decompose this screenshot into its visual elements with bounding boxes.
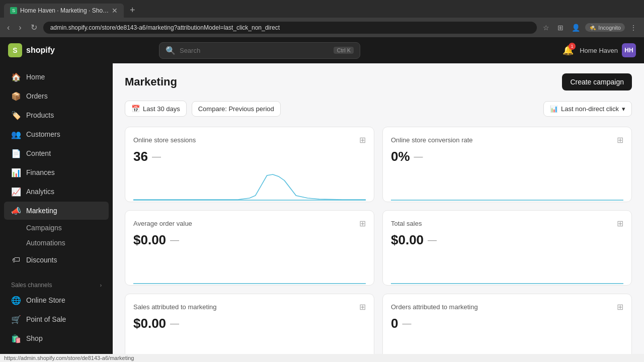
store-info[interactable]: Home Haven HH xyxy=(580,43,636,57)
sidebar-item-analytics[interactable]: 📈 Analytics xyxy=(4,183,109,201)
shopify-topbar: S shopify 🔍 Ctrl K 🔔 1 Home Haven HH xyxy=(0,37,644,63)
marketing-icon: 📣 xyxy=(11,206,21,216)
back-button[interactable]: ‹ xyxy=(4,21,13,34)
address-bar[interactable] xyxy=(43,22,537,34)
bookmark-button[interactable]: ☆ xyxy=(540,22,552,34)
create-campaign-button[interactable]: Create campaign xyxy=(562,73,632,90)
sidebar-item-products[interactable]: 🏷️ Products xyxy=(4,106,109,124)
sidebar-item-home[interactable]: 🏠 Home xyxy=(4,68,109,86)
sidebar-item-marketing[interactable]: 📣 Marketing xyxy=(4,202,109,220)
shopify-logo[interactable]: S shopify xyxy=(8,43,55,57)
metric-dash-sales-marketing: — xyxy=(170,318,179,329)
forward-button[interactable]: › xyxy=(16,21,24,34)
status-bar-text: https://admin.shopify.com/store/de8143-a… xyxy=(4,355,134,361)
home-icon: 🏠 xyxy=(11,72,21,82)
extensions-button[interactable]: ⊞ xyxy=(554,22,567,34)
search-bar[interactable]: 🔍 Ctrl K xyxy=(159,42,360,59)
metric-card-orders-marketing: Orders attributed to marketing ⊞ 0 — xyxy=(382,294,632,354)
sidebar-item-content[interactable]: 📄 Content xyxy=(4,144,109,162)
notification-button[interactable]: 🔔 1 xyxy=(562,45,574,56)
metric-label-orders-marketing: Orders attributed to marketing xyxy=(391,303,478,311)
metric-icon-total-sales[interactable]: ⊞ xyxy=(617,219,623,228)
sidebar-item-finances[interactable]: 📊 Finances xyxy=(4,163,109,182)
sidebar-item-discounts[interactable]: 🏷 Discounts xyxy=(4,251,109,269)
date-filter-label: Last 30 days xyxy=(143,105,180,113)
online-store-icon: 🌐 xyxy=(11,295,21,305)
tab-close-button[interactable]: ✕ xyxy=(112,7,118,15)
metric-icon-orders-marketing[interactable]: ⊞ xyxy=(617,302,623,312)
sidebar-item-campaigns[interactable]: Campaigns xyxy=(4,221,109,235)
metric-icon-conversion[interactable]: ⊞ xyxy=(617,135,623,145)
metric-chart-conversion xyxy=(391,170,623,201)
search-icon: 🔍 xyxy=(166,46,176,55)
notification-badge: 1 xyxy=(569,43,576,50)
page-content: Marketing Create campaign 📅 Last 30 days… xyxy=(113,63,644,354)
sidebar-item-orders[interactable]: 📦 Orders xyxy=(4,87,109,105)
sidebar-label-content: Content xyxy=(26,149,51,157)
metric-label-sessions: Online store sessions xyxy=(133,136,196,144)
page-header: Marketing Create campaign xyxy=(125,73,632,90)
sidebar-item-online-store[interactable]: 🌐 Online Store xyxy=(4,291,109,309)
metric-chart-sales-marketing xyxy=(133,337,366,354)
menu-button[interactable]: ⋮ xyxy=(627,22,640,34)
metric-icon-sessions[interactable]: ⊞ xyxy=(359,135,366,145)
sidebar: 🏠 Home 📦 Orders 🏷️ Products 👥 Customers … xyxy=(0,63,113,354)
new-tab-button[interactable]: + xyxy=(126,3,139,18)
sidebar-label-marketing: Marketing xyxy=(26,207,57,215)
search-input[interactable] xyxy=(180,47,330,54)
reload-button[interactable]: ↻ xyxy=(28,21,40,34)
metric-value-conversion: 0% — xyxy=(391,149,623,164)
attribution-label: Last non-direct click xyxy=(561,105,619,113)
sidebar-item-point-of-sale[interactable]: 🛒 Point of Sale xyxy=(4,310,109,328)
sidebar-label-automations: Automations xyxy=(26,239,65,247)
metric-chart-avg-order xyxy=(133,254,366,284)
metric-card-sales-marketing-header: Sales attributed to marketing ⊞ xyxy=(133,302,366,312)
metric-card-total-sales: Total sales ⊞ $0.00 — xyxy=(382,210,632,286)
browser-tabs: S Home Haven · Marketing · Sho… ✕ + xyxy=(0,0,644,18)
metric-label-conversion: Online store conversion rate xyxy=(391,136,473,144)
browser-chrome: S Home Haven · Marketing · Sho… ✕ + ‹ › … xyxy=(0,0,644,37)
date-filter-button[interactable]: 📅 Last 30 days xyxy=(125,101,187,117)
active-tab[interactable]: S Home Haven · Marketing · Sho… ✕ xyxy=(4,4,124,18)
orders-marketing-chart-svg xyxy=(391,337,623,354)
metric-card-conversion-header: Online store conversion rate ⊞ xyxy=(391,135,623,145)
metric-value-total-sales: $0.00 — xyxy=(391,232,623,248)
metric-number-conversion: 0% xyxy=(391,149,410,164)
metric-icon-sales-marketing[interactable]: ⊞ xyxy=(359,302,366,312)
metric-number-sessions: 36 xyxy=(133,149,148,164)
sidebar-label-shop: Shop xyxy=(26,334,43,342)
profile-button[interactable]: 👤 xyxy=(569,22,583,34)
incognito-badge[interactable]: 🕵 Incognito xyxy=(585,23,625,32)
orders-icon: 📦 xyxy=(11,91,21,101)
sales-channels-section: Sales channels › xyxy=(4,278,109,291)
sidebar-label-home: Home xyxy=(26,73,45,81)
sidebar-item-automations[interactable]: Automations xyxy=(4,236,109,250)
conversion-chart-svg xyxy=(391,170,623,201)
incognito-label: Incognito xyxy=(598,25,621,31)
metric-value-avg-order: $0.00 — xyxy=(133,232,366,248)
sessions-chart-svg xyxy=(133,170,366,201)
sidebar-item-shop[interactable]: 🛍️ Shop xyxy=(4,329,109,347)
avg-order-chart-svg xyxy=(133,254,366,284)
metric-card-total-sales-header: Total sales ⊞ xyxy=(391,219,623,228)
compare-filter-button[interactable]: Compare: Previous period xyxy=(192,101,281,117)
sidebar-label-online-store: Online Store xyxy=(26,296,65,304)
metric-dash-sessions: — xyxy=(152,151,161,162)
sidebar-item-customers[interactable]: 👥 Customers xyxy=(4,125,109,143)
metric-dash-orders-marketing: — xyxy=(402,318,411,329)
browser-toolbar: ‹ › ↻ ☆ ⊞ 👤 🕵 Incognito ⋮ xyxy=(0,18,644,37)
discounts-icon: 🏷 xyxy=(11,255,21,265)
store-name: Home Haven xyxy=(580,47,618,54)
sales-channels-expand-icon[interactable]: › xyxy=(100,283,102,288)
attribution-button[interactable]: 📊 Last non-direct click ▾ xyxy=(543,101,632,117)
status-bar: https://admin.shopify.com/store/de8143-a… xyxy=(0,354,644,362)
metric-icon-avg-order[interactable]: ⊞ xyxy=(359,219,366,228)
sidebar-label-discounts: Discounts xyxy=(26,256,57,264)
pos-icon: 🛒 xyxy=(11,314,21,324)
finances-icon: 📊 xyxy=(11,167,21,177)
analytics-icon: 📈 xyxy=(11,187,21,197)
sidebar-label-orders: Orders xyxy=(26,92,48,100)
calendar-icon: 📅 xyxy=(131,105,140,113)
metric-card-sales-marketing: Sales attributed to marketing ⊞ $0.00 — xyxy=(125,294,374,354)
metric-card-sessions: Online store sessions ⊞ 36 — xyxy=(125,127,374,202)
